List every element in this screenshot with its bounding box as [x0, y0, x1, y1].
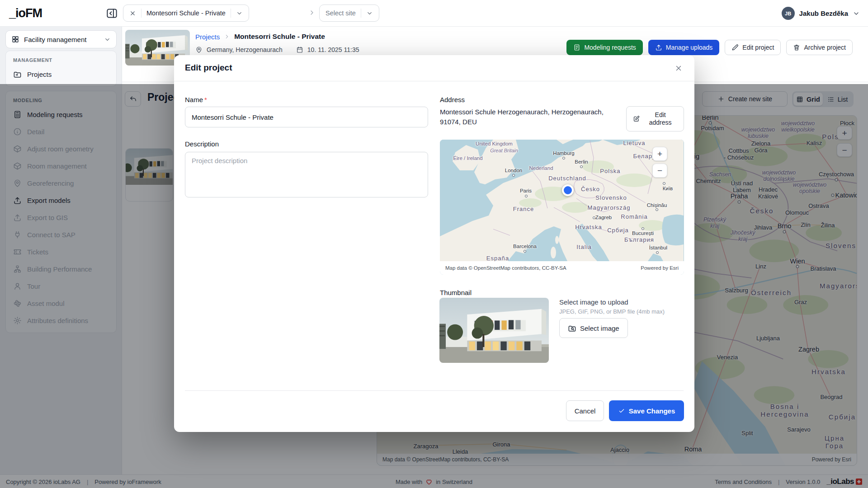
divider	[361, 9, 361, 18]
save-changes-button[interactable]: Save Changes	[609, 400, 684, 421]
select-image-button[interactable]: Select image	[559, 318, 628, 338]
address-value: Montessori Schule Herzogenaurach, Herzog…	[440, 107, 621, 127]
chevron-down-icon	[104, 36, 111, 43]
description-input[interactable]	[185, 152, 428, 197]
modal-header: Edit project	[174, 55, 694, 81]
grid-icon	[11, 35, 19, 43]
map-attribution: Map data © OpenStreetMap contributors, C…	[440, 261, 684, 275]
app-logo: _ioFM	[9, 6, 42, 20]
user-name: Jakub Bezděka	[799, 9, 848, 17]
folder-icon	[13, 70, 22, 79]
chevron-right-icon	[224, 33, 230, 40]
pencil-icon	[731, 44, 739, 51]
chevron-down-icon[interactable]	[366, 10, 373, 17]
map-canvas	[440, 140, 684, 261]
project-tab[interactable]: Montesorri Schule - Private	[123, 5, 249, 22]
zoom-out-button[interactable]: −	[652, 164, 667, 178]
topbar: _ioFM Montesorri Schule - Private Select…	[0, 0, 868, 27]
modeling-requests-button[interactable]: Modeling requests	[566, 40, 642, 55]
name-input[interactable]	[185, 107, 428, 127]
modal-title: Edit project	[185, 63, 232, 73]
name-label: Name*	[185, 96, 207, 103]
check-icon	[618, 407, 625, 414]
sidebar-collapse-button[interactable]	[106, 7, 118, 19]
address-label: Address	[440, 96, 465, 103]
site-select[interactable]: Select site	[319, 5, 379, 22]
project-actions: Modeling requests Manage uploads Edit pr…	[566, 40, 853, 55]
archive-project-button[interactable]: Archive project	[786, 40, 853, 55]
sidebar-section-label: MANAGEMENT	[6, 55, 116, 66]
upload-title: Select image to upload	[559, 298, 628, 306]
project-datetime: 10. 11. 2025 11:35	[307, 46, 359, 53]
site-select-label: Select site	[326, 9, 356, 17]
thumbnail-image	[439, 298, 549, 363]
location-pin-icon	[195, 46, 203, 53]
breadcrumb-projects-link[interactable]: Projects	[195, 33, 220, 41]
chevron-down-icon	[853, 10, 860, 17]
user-menu[interactable]: JB Jakub Bezděka	[782, 0, 860, 27]
upload-hint: JPEG, GIF, PNG, or BMP file (4mb max)	[559, 308, 665, 315]
chevron-down-icon[interactable]	[236, 10, 243, 17]
project-tab-label: Montesorri Schule - Private	[146, 9, 226, 17]
upload-icon	[655, 44, 662, 51]
module-select-label: Facility management	[24, 36, 99, 43]
sidebar-section-management: MANAGEMENTProjects	[5, 51, 117, 87]
project-location: Germany, Herzogenaurach	[207, 46, 283, 53]
folder-search-icon	[568, 324, 576, 333]
divider	[231, 9, 231, 18]
thumbnail-label: Thumbnail	[440, 289, 472, 296]
project-meta: Germany, Herzogenaurach 10. 11. 2025 11:…	[195, 46, 359, 53]
sidebar-item-projects[interactable]: Projects	[6, 66, 116, 83]
calendar-icon	[296, 46, 303, 53]
edit-address-button[interactable]: Edit address	[626, 106, 684, 131]
edit-project-button[interactable]: Edit project	[725, 40, 781, 55]
document-icon	[573, 44, 580, 51]
chevron-right-icon	[308, 9, 316, 16]
map-powered-by: Powered by Esri	[641, 265, 679, 271]
address-map[interactable]: United KingdomGreat BritainÉire / Irelan…	[440, 140, 684, 275]
avatar: JB	[782, 7, 795, 20]
module-select[interactable]: Facility management	[5, 30, 117, 48]
manage-uploads-button[interactable]: Manage uploads	[648, 40, 720, 55]
pencil-square-icon	[633, 115, 640, 122]
description-label: Description	[185, 140, 219, 148]
breadcrumb-current: Montesorri Schule - Private	[234, 33, 325, 41]
trash-icon	[793, 44, 800, 51]
breadcrumb: Projects Montesorri Schule - Private	[195, 33, 325, 41]
sidebar-item-label: Projects	[27, 70, 52, 78]
modal-close-button[interactable]	[675, 64, 683, 72]
required-mark: *	[204, 96, 207, 103]
edit-project-modal: Edit project Name* Description Address M…	[174, 55, 694, 432]
zoom-in-button[interactable]: +	[652, 147, 667, 161]
cancel-button[interactable]: Cancel	[566, 400, 604, 421]
location-marker	[562, 184, 574, 196]
map-attribution-text: Map data © OpenStreetMap contributors, C…	[445, 265, 566, 271]
divider	[141, 9, 142, 18]
close-icon[interactable]	[129, 10, 136, 17]
divider	[185, 390, 684, 391]
